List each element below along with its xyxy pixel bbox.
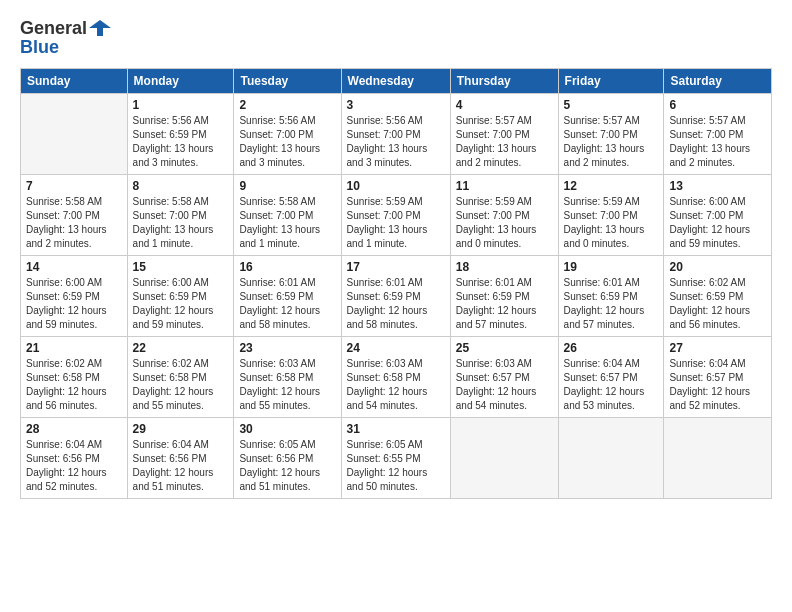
day-number: 18 (456, 260, 553, 274)
day-info: Sunrise: 6:04 AMSunset: 6:57 PMDaylight:… (564, 357, 659, 413)
logo-general: General (20, 19, 87, 39)
day-cell: 30Sunrise: 6:05 AMSunset: 6:56 PMDayligh… (234, 417, 341, 498)
day-number: 9 (239, 179, 335, 193)
day-number: 16 (239, 260, 335, 274)
weekday-header-wednesday: Wednesday (341, 68, 450, 93)
day-number: 23 (239, 341, 335, 355)
day-info: Sunrise: 5:59 AMSunset: 7:00 PMDaylight:… (456, 195, 553, 251)
day-cell: 26Sunrise: 6:04 AMSunset: 6:57 PMDayligh… (558, 336, 664, 417)
page: General Blue SundayMondayTuesdayWednesda… (0, 0, 792, 612)
day-cell: 31Sunrise: 6:05 AMSunset: 6:55 PMDayligh… (341, 417, 450, 498)
day-cell (450, 417, 558, 498)
week-row-5: 28Sunrise: 6:04 AMSunset: 6:56 PMDayligh… (21, 417, 772, 498)
day-info: Sunrise: 5:59 AMSunset: 7:00 PMDaylight:… (347, 195, 445, 251)
logo-blue: Blue (20, 38, 111, 58)
calendar-table: SundayMondayTuesdayWednesdayThursdayFrid… (20, 68, 772, 499)
day-number: 10 (347, 179, 445, 193)
day-cell: 15Sunrise: 6:00 AMSunset: 6:59 PMDayligh… (127, 255, 234, 336)
day-cell: 11Sunrise: 5:59 AMSunset: 7:00 PMDayligh… (450, 174, 558, 255)
day-number: 13 (669, 179, 766, 193)
day-info: Sunrise: 5:58 AMSunset: 7:00 PMDaylight:… (133, 195, 229, 251)
week-row-4: 21Sunrise: 6:02 AMSunset: 6:58 PMDayligh… (21, 336, 772, 417)
day-number: 11 (456, 179, 553, 193)
day-number: 28 (26, 422, 122, 436)
day-cell (558, 417, 664, 498)
day-number: 31 (347, 422, 445, 436)
day-info: Sunrise: 5:57 AMSunset: 7:00 PMDaylight:… (456, 114, 553, 170)
day-cell: 4Sunrise: 5:57 AMSunset: 7:00 PMDaylight… (450, 93, 558, 174)
day-number: 30 (239, 422, 335, 436)
day-number: 17 (347, 260, 445, 274)
week-row-2: 7Sunrise: 5:58 AMSunset: 7:00 PMDaylight… (21, 174, 772, 255)
day-info: Sunrise: 5:59 AMSunset: 7:00 PMDaylight:… (564, 195, 659, 251)
day-cell: 14Sunrise: 6:00 AMSunset: 6:59 PMDayligh… (21, 255, 128, 336)
day-info: Sunrise: 6:01 AMSunset: 6:59 PMDaylight:… (564, 276, 659, 332)
day-info: Sunrise: 6:05 AMSunset: 6:56 PMDaylight:… (239, 438, 335, 494)
day-info: Sunrise: 6:05 AMSunset: 6:55 PMDaylight:… (347, 438, 445, 494)
weekday-header-monday: Monday (127, 68, 234, 93)
day-cell: 24Sunrise: 6:03 AMSunset: 6:58 PMDayligh… (341, 336, 450, 417)
day-info: Sunrise: 5:58 AMSunset: 7:00 PMDaylight:… (239, 195, 335, 251)
svg-marker-0 (89, 20, 111, 36)
day-cell: 23Sunrise: 6:03 AMSunset: 6:58 PMDayligh… (234, 336, 341, 417)
day-info: Sunrise: 5:56 AMSunset: 7:00 PMDaylight:… (347, 114, 445, 170)
day-cell: 16Sunrise: 6:01 AMSunset: 6:59 PMDayligh… (234, 255, 341, 336)
day-number: 21 (26, 341, 122, 355)
weekday-header-row: SundayMondayTuesdayWednesdayThursdayFrid… (21, 68, 772, 93)
day-info: Sunrise: 5:56 AMSunset: 6:59 PMDaylight:… (133, 114, 229, 170)
day-cell: 28Sunrise: 6:04 AMSunset: 6:56 PMDayligh… (21, 417, 128, 498)
day-number: 26 (564, 341, 659, 355)
logo-bird-icon (89, 18, 111, 40)
day-info: Sunrise: 5:56 AMSunset: 7:00 PMDaylight:… (239, 114, 335, 170)
day-cell: 3Sunrise: 5:56 AMSunset: 7:00 PMDaylight… (341, 93, 450, 174)
day-number: 7 (26, 179, 122, 193)
day-number: 12 (564, 179, 659, 193)
day-info: Sunrise: 6:01 AMSunset: 6:59 PMDaylight:… (347, 276, 445, 332)
day-cell (21, 93, 128, 174)
day-number: 25 (456, 341, 553, 355)
day-cell: 19Sunrise: 6:01 AMSunset: 6:59 PMDayligh… (558, 255, 664, 336)
day-info: Sunrise: 5:58 AMSunset: 7:00 PMDaylight:… (26, 195, 122, 251)
day-info: Sunrise: 6:02 AMSunset: 6:59 PMDaylight:… (669, 276, 766, 332)
day-cell: 7Sunrise: 5:58 AMSunset: 7:00 PMDaylight… (21, 174, 128, 255)
weekday-header-saturday: Saturday (664, 68, 772, 93)
day-info: Sunrise: 6:04 AMSunset: 6:56 PMDaylight:… (26, 438, 122, 494)
day-cell: 17Sunrise: 6:01 AMSunset: 6:59 PMDayligh… (341, 255, 450, 336)
day-info: Sunrise: 5:57 AMSunset: 7:00 PMDaylight:… (669, 114, 766, 170)
day-info: Sunrise: 6:04 AMSunset: 6:57 PMDaylight:… (669, 357, 766, 413)
day-cell: 2Sunrise: 5:56 AMSunset: 7:00 PMDaylight… (234, 93, 341, 174)
day-info: Sunrise: 6:00 AMSunset: 7:00 PMDaylight:… (669, 195, 766, 251)
day-info: Sunrise: 6:03 AMSunset: 6:57 PMDaylight:… (456, 357, 553, 413)
day-number: 6 (669, 98, 766, 112)
day-cell: 5Sunrise: 5:57 AMSunset: 7:00 PMDaylight… (558, 93, 664, 174)
logo: General Blue (20, 18, 111, 58)
day-number: 4 (456, 98, 553, 112)
day-number: 15 (133, 260, 229, 274)
day-cell: 29Sunrise: 6:04 AMSunset: 6:56 PMDayligh… (127, 417, 234, 498)
day-info: Sunrise: 6:02 AMSunset: 6:58 PMDaylight:… (133, 357, 229, 413)
day-number: 5 (564, 98, 659, 112)
day-cell: 10Sunrise: 5:59 AMSunset: 7:00 PMDayligh… (341, 174, 450, 255)
weekday-header-thursday: Thursday (450, 68, 558, 93)
header: General Blue (20, 18, 772, 58)
weekday-header-sunday: Sunday (21, 68, 128, 93)
day-number: 20 (669, 260, 766, 274)
day-cell: 21Sunrise: 6:02 AMSunset: 6:58 PMDayligh… (21, 336, 128, 417)
day-cell: 25Sunrise: 6:03 AMSunset: 6:57 PMDayligh… (450, 336, 558, 417)
day-number: 14 (26, 260, 122, 274)
weekday-header-tuesday: Tuesday (234, 68, 341, 93)
day-cell: 22Sunrise: 6:02 AMSunset: 6:58 PMDayligh… (127, 336, 234, 417)
weekday-header-friday: Friday (558, 68, 664, 93)
day-info: Sunrise: 6:02 AMSunset: 6:58 PMDaylight:… (26, 357, 122, 413)
day-info: Sunrise: 6:00 AMSunset: 6:59 PMDaylight:… (26, 276, 122, 332)
day-number: 8 (133, 179, 229, 193)
week-row-3: 14Sunrise: 6:00 AMSunset: 6:59 PMDayligh… (21, 255, 772, 336)
day-info: Sunrise: 6:04 AMSunset: 6:56 PMDaylight:… (133, 438, 229, 494)
day-cell: 27Sunrise: 6:04 AMSunset: 6:57 PMDayligh… (664, 336, 772, 417)
week-row-1: 1Sunrise: 5:56 AMSunset: 6:59 PMDaylight… (21, 93, 772, 174)
day-cell: 9Sunrise: 5:58 AMSunset: 7:00 PMDaylight… (234, 174, 341, 255)
day-info: Sunrise: 5:57 AMSunset: 7:00 PMDaylight:… (564, 114, 659, 170)
day-cell: 6Sunrise: 5:57 AMSunset: 7:00 PMDaylight… (664, 93, 772, 174)
day-info: Sunrise: 6:03 AMSunset: 6:58 PMDaylight:… (239, 357, 335, 413)
day-info: Sunrise: 6:03 AMSunset: 6:58 PMDaylight:… (347, 357, 445, 413)
